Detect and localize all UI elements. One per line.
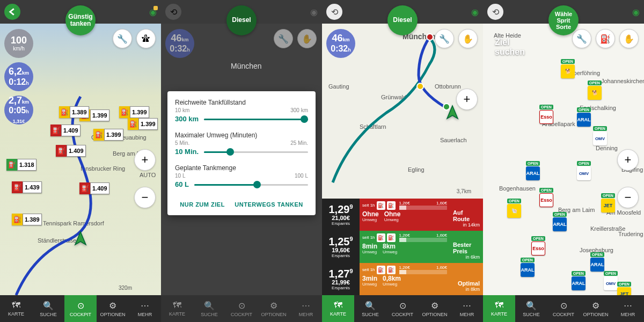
gauge-icon: ⊙: [560, 301, 567, 311]
tool-buttons: 🔧 ✋: [274, 29, 317, 48]
station-marker[interactable]: OPEN🐕: [588, 80, 602, 100]
nav-mehr[interactable]: ⋯MEHR: [451, 295, 483, 322]
choose-fuel-button[interactable]: Wähle Sprit Sorte: [548, 5, 579, 35]
fuel-price-marker[interactable]: ⛽1.409: [56, 145, 86, 157]
nav-optionen[interactable]: ⚙OPTIONEN: [580, 295, 612, 322]
nav-karte[interactable]: 🗺KARTE: [0, 295, 32, 322]
station-marker[interactable]: OPENOMV: [604, 271, 618, 290]
nav-cockpit[interactable]: ⊙COCKPIT: [64, 295, 97, 322]
back-button[interactable]: ⟲: [165, 4, 181, 20]
bottom-nav: 🗺KARTE 🔍SUCHE ⊙COCKPIT ⚙OPTIONEN ⋯MEHR: [161, 295, 322, 322]
dest-only-button[interactable]: NUR ZUM ZIEL: [180, 201, 225, 208]
more-icon: ⋯: [141, 301, 149, 311]
station-marker[interactable]: OPEN🐕: [561, 59, 575, 78]
map-icon: 🗺: [173, 301, 181, 310]
bottom-nav: 🗺KARTE 🔍SUCHE ⊙COCKPIT ⚙OPTIONEN ⋯MEHR: [0, 295, 161, 322]
route-info-2[interactable]: 2,7km 0:05h 1,31€: [4, 96, 33, 125]
fuel-price-marker[interactable]: ⛽1.389: [12, 214, 42, 225]
zoom-in-button[interactable]: +: [617, 149, 639, 171]
back-button[interactable]: ⟲: [326, 4, 342, 20]
route-info-1[interactable]: 6,2km 0:12h: [4, 62, 33, 91]
station-marker[interactable]: OPENOMV: [577, 161, 591, 180]
settings-button[interactable]: 🔧: [572, 29, 591, 48]
fuel-price-marker[interactable]: ⛽1.399: [128, 118, 158, 130]
station-marker[interactable]: OPENARAL: [577, 107, 591, 127]
fuel-price-marker[interactable]: ⛽1.389: [59, 106, 89, 118]
nav-suche[interactable]: 🔍SUCHE: [32, 295, 64, 322]
fuel-on-route-button[interactable]: UNTERWEGS TANKEN: [235, 201, 303, 208]
fuel-type-button[interactable]: Diesel: [226, 5, 257, 35]
station-cards: 1,29921,00€Ersparnisseit 1h⛽⛽1,26€1,60€O…: [322, 199, 483, 295]
station-marker[interactable]: OPENEsso: [531, 236, 545, 255]
open-badge: OPEN: [521, 258, 535, 262]
open-badge: OPEN: [539, 188, 553, 193]
station-card[interactable]: 1,27921,99€Ersparnisseit 1h⛽⛽1,26€1,60€3…: [322, 263, 483, 295]
fuel-type-button[interactable]: Diesel: [387, 5, 418, 35]
zoom-out-button[interactable]: −: [617, 187, 639, 208]
station-marker[interactable]: OPENARAL: [572, 271, 586, 290]
station-marker[interactable]: OPENEsso: [539, 105, 553, 124]
pan-button[interactable]: ✋: [458, 29, 478, 48]
route-point-red: [426, 33, 434, 41]
station-card[interactable]: 1,29921,00€Ersparnisseit 1h⛽⛽1,26€1,60€O…: [322, 199, 483, 231]
station-marker[interactable]: OPENARAL: [590, 252, 604, 272]
nav-suche[interactable]: 🔍SUCHE: [354, 295, 386, 322]
nav-optionen[interactable]: ⚙OPTIONEN: [419, 295, 451, 322]
nav-mehr[interactable]: ⋯MEHR: [612, 295, 644, 322]
stations-button[interactable]: ⛽: [596, 29, 615, 48]
open-badge: OPEN: [593, 126, 607, 131]
fuel-price-marker[interactable]: ⛽1.318: [6, 159, 36, 171]
range-slider[interactable]: [204, 114, 308, 125]
nav-karte[interactable]: 🗺KARTE: [483, 295, 515, 322]
amount-slider[interactable]: [194, 180, 308, 191]
pan-button[interactable]: ✋: [619, 29, 639, 48]
settings-button[interactable]: 🔧: [435, 29, 454, 48]
station-marker[interactable]: OPENARAL: [553, 212, 567, 231]
nav-suche[interactable]: 🔍SUCHE: [515, 295, 547, 322]
nav-mehr[interactable]: ⋯MEHR: [129, 295, 161, 322]
tool-buttons: 🔧 ⛽ ✋: [572, 29, 639, 48]
station-marker[interactable]: OPENARAL: [521, 258, 535, 277]
detour-slider[interactable]: [204, 147, 308, 158]
fuel-price-marker[interactable]: ⛽1.399: [119, 106, 149, 118]
zoom-out-button[interactable]: −: [134, 187, 156, 208]
gauge-icon: ⊙: [77, 301, 84, 311]
zoom-in-button[interactable]: +: [134, 149, 156, 171]
nav-karte: 🗺KARTE: [161, 295, 193, 322]
detour-value: 10 Min.: [175, 148, 199, 156]
omv-logo-icon: OMV: [604, 276, 618, 290]
info-panel: 46km 0:32h: [326, 29, 355, 58]
nav-optionen[interactable]: ⚙OPTIONEN: [97, 295, 129, 322]
station-marker[interactable]: OPENEsso: [539, 188, 553, 207]
settings-button[interactable]: 🔧: [113, 29, 132, 48]
station-card[interactable]: 1,25919,60€Ersparnisseit 1h⛽⛽1,26€1,60€8…: [322, 231, 483, 263]
road-button[interactable]: 🛣: [136, 29, 156, 48]
station-marker[interactable]: OPEN🐚: [507, 199, 521, 218]
search-destination-label[interactable]: Ziel suchen: [495, 38, 525, 56]
station-marker[interactable]: OPENOMV: [593, 126, 607, 145]
fuel-cheap-button[interactable]: Günstig tanken: [65, 5, 96, 35]
zoom-in-button[interactable]: +: [456, 89, 478, 110]
screen-4: Alte HeideOberföhringJohanneskirchenEngl…: [483, 0, 644, 322]
open-badge: OPEN: [561, 59, 575, 64]
map-icon: 🗺: [495, 301, 503, 310]
fuel-price-marker[interactable]: ⛽1.439: [12, 181, 42, 193]
station-price: 1,27921,99€Ersparnis: [322, 263, 360, 295]
screen-1: ◉ Günstig tanken 🔧 🛣 100 km/h 6,2km 0:12…: [0, 0, 161, 322]
map-icon: 🗺: [334, 301, 342, 310]
fuel-price-marker[interactable]: ⛽1.409: [79, 182, 109, 194]
esso-logo-icon: Esso: [539, 110, 553, 124]
aral-logo-icon: ARAL: [572, 276, 586, 290]
fuel-price-marker[interactable]: ⛽1.399: [93, 129, 123, 141]
fuel-price-marker[interactable]: ⛽1.409: [50, 125, 80, 136]
back-button[interactable]: ⟲: [487, 4, 503, 20]
station-marker[interactable]: OPENARAL: [526, 161, 540, 180]
nav-karte[interactable]: 🗺KARTE: [322, 295, 354, 322]
current-position-icon: [72, 231, 89, 249]
wifi-icon: ◉: [310, 7, 318, 17]
station-marker[interactable]: OPENJET: [601, 193, 615, 213]
nav-cockpit[interactable]: ⊙COCKPIT: [547, 295, 580, 322]
back-button[interactable]: [4, 4, 20, 20]
route-info-1[interactable]: 46km 0:32h: [326, 29, 355, 58]
nav-cockpit[interactable]: ⊙COCKPIT: [386, 295, 419, 322]
